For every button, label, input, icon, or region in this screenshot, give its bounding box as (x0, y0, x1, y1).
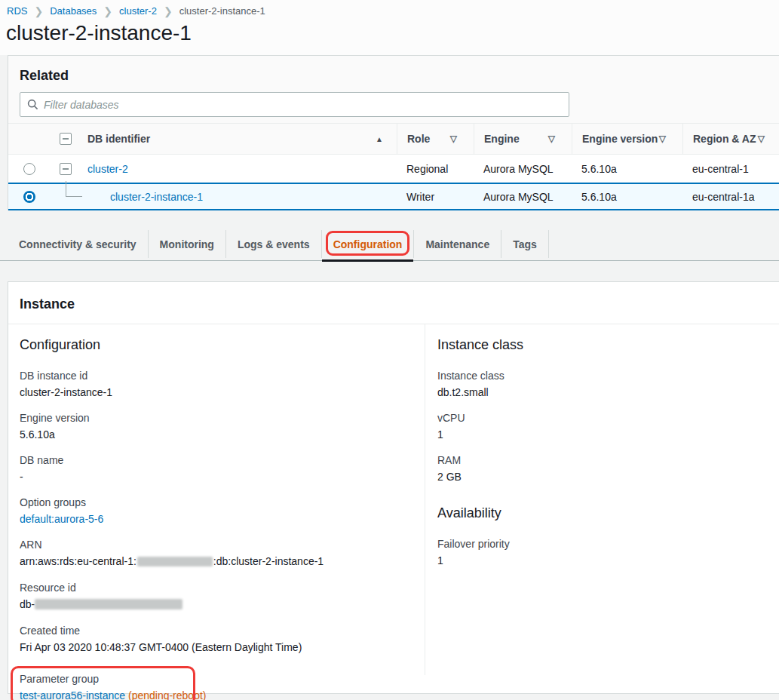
field-option-groups: Option groups default:aurora-5-6 (20, 496, 413, 525)
header-select-cell (8, 124, 50, 154)
sort-ascending-icon[interactable]: ▲ (376, 135, 383, 143)
table-row-cluster-2[interactable]: cluster-2 Regional Aurora MySQL 5.6.10a … (8, 155, 779, 183)
column-label-region-az: Region & AZ (693, 133, 756, 145)
cell-role: Regional (397, 155, 474, 183)
tab-monitoring[interactable]: Monitoring (149, 230, 226, 258)
filter-databases-box[interactable] (20, 92, 569, 117)
filter-databases-input[interactable] (44, 99, 562, 111)
instance-class-heading: Instance class (437, 337, 779, 353)
column-label-engine-version: Engine version (582, 133, 658, 145)
rds-console-screen: RDS ❯ Databases ❯ cluster-2 ❯ cluster-2-… (0, 0, 779, 700)
breadcrumb-link-databases[interactable]: Databases (50, 5, 97, 17)
tab-maintenance[interactable]: Maintenance (414, 230, 501, 258)
field-resource-id: Resource id db- (20, 582, 413, 611)
field-arn: ARN arn:aws:rds:eu-central-1::db:cluster… (20, 539, 413, 568)
field-engine-version: Engine version 5.6.10a (20, 412, 413, 441)
page-header-band: RDS ❯ Databases ❯ cluster-2 ❯ cluster-2-… (0, 0, 779, 55)
collapse-all-checkbox-icon[interactable] (60, 133, 72, 145)
cell-engine: Aurora MySQL (474, 155, 572, 183)
column-label-db-identifier: DB identifier (87, 133, 150, 145)
filter-icon[interactable]: ▽ (450, 134, 457, 144)
availability-heading: Availability (437, 505, 779, 521)
breadcrumb: RDS ❯ Databases ❯ cluster-2 ❯ cluster-2-… (7, 5, 265, 17)
related-panel: Related DB identifier ▲ Role ▽ (8, 55, 779, 210)
field-db-name: DB name - (20, 454, 413, 483)
column-label-engine: Engine (484, 133, 520, 145)
table-row-cluster-2-instance-1[interactable]: cluster-2-instance-1 Writer Aurora MySQL… (8, 183, 779, 210)
field-created-time: Created time Fri Apr 03 2020 10:48:37 GM… (20, 625, 413, 653)
redacted-account-id (137, 557, 213, 566)
header-engine-version[interactable]: Engine version ▽ (572, 124, 682, 154)
configuration-heading: Configuration (20, 337, 413, 353)
field-instance-class: Instance class db.t2.small (437, 370, 779, 398)
cell-role: Writer (397, 184, 474, 209)
cell-region-az: eu-central-1a (682, 184, 779, 209)
pending-reboot-status: (pending-reboot) (128, 689, 207, 700)
breadcrumb-chevron-icon: ❯ (164, 6, 173, 17)
instance-class-column: Instance class Instance class db.t2.smal… (425, 324, 779, 675)
header-region-az[interactable]: Region & AZ ▽ (682, 124, 779, 154)
cell-engine-version: 5.6.10a (572, 184, 682, 209)
cell-region-az: eu-central-1 (682, 155, 779, 183)
header-engine[interactable]: Engine ▽ (474, 124, 572, 154)
parameter-group-link[interactable]: test-aurora56-instance (20, 689, 125, 700)
search-icon (27, 99, 38, 110)
field-parameter-group: Parameter group test-aurora56-instance (… (20, 673, 413, 700)
instance-panel-title: Instance (20, 296, 75, 312)
table-header-row: DB identifier ▲ Role ▽ Engine ▽ Engine v… (8, 123, 779, 155)
breadcrumb-chevron-icon: ❯ (103, 6, 112, 17)
filter-icon[interactable]: ▽ (659, 134, 666, 144)
tab-logs-events[interactable]: Logs & events (226, 230, 322, 258)
field-vcpu: vCPU 1 (437, 412, 779, 441)
cell-engine: Aurora MySQL (474, 184, 572, 209)
row-radio-unselected[interactable] (23, 163, 35, 175)
collapse-row-icon[interactable] (60, 163, 72, 175)
field-db-instance-id: DB instance id cluster-2-instance-1 (20, 370, 413, 398)
related-panel-title: Related (20, 68, 69, 84)
row-radio-selected[interactable] (23, 191, 35, 203)
instance-panel: Instance Configuration DB instance id cl… (8, 281, 779, 694)
breadcrumb-link-cluster-2[interactable]: cluster-2 (119, 5, 157, 17)
breadcrumb-chevron-icon: ❯ (34, 6, 43, 17)
tab-tags[interactable]: Tags (501, 230, 549, 258)
page-title: cluster-2-instance-1 (6, 21, 192, 45)
column-label-role: Role (407, 133, 430, 145)
redacted-resource-id (35, 599, 182, 609)
option-group-link[interactable]: default:aurora-5-6 (20, 513, 103, 525)
databases-table: DB identifier ▲ Role ▽ Engine ▽ Engine v… (8, 123, 779, 210)
header-role[interactable]: Role ▽ (397, 124, 474, 154)
tab-configuration[interactable]: Configuration (322, 230, 415, 258)
detail-tabs: Connectivity & security Monitoring Logs … (0, 227, 779, 261)
tab-connectivity-security[interactable]: Connectivity & security (8, 230, 149, 258)
filter-icon[interactable]: ▽ (548, 134, 555, 144)
breadcrumb-current: cluster-2-instance-1 (179, 5, 265, 17)
field-ram: RAM 2 GB (437, 454, 779, 483)
tree-connector-line (66, 181, 82, 197)
filter-icon[interactable]: ▽ (758, 134, 765, 144)
db-link-cluster-2-instance-1[interactable]: cluster-2-instance-1 (110, 191, 203, 203)
field-failover-priority: Failover priority 1 (437, 538, 779, 566)
db-link-cluster-2[interactable]: cluster-2 (87, 163, 128, 175)
configuration-column: Configuration DB instance id cluster-2-i… (8, 324, 425, 693)
breadcrumb-link-rds[interactable]: RDS (7, 5, 27, 17)
cell-engine-version: 5.6.10a (572, 155, 682, 183)
header-db-identifier[interactable]: DB identifier ▲ (50, 124, 397, 154)
